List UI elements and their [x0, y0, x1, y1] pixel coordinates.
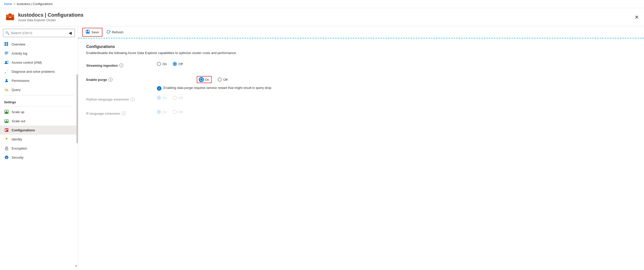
enable-purge-off-radio[interactable]: [218, 78, 222, 82]
permissions-people-icon: [4, 78, 9, 83]
sidebar-item-scale-out[interactable]: Scale out: [0, 116, 78, 126]
streaming-ingestion-info-icon[interactable]: i: [119, 63, 123, 67]
refresh-button[interactable]: Refresh: [103, 28, 127, 36]
python-language-radio-group: On Off: [157, 96, 187, 100]
refresh-label: Refresh: [112, 30, 124, 34]
streaming-ingestion-on[interactable]: On: [157, 62, 167, 66]
sidebar-item-security-label: Security: [12, 156, 23, 159]
svg-rect-8: [5, 52, 8, 52]
sidebar-item-encryption[interactable]: Encryption: [0, 144, 78, 153]
svg-marker-23: [5, 137, 8, 140]
sidebar-item-overview[interactable]: Overview: [0, 40, 78, 49]
sidebar-item-permissions[interactable]: Permissions: [0, 76, 78, 85]
security-icon: S: [4, 155, 9, 160]
python-language-row: Python language extension i On Off: [86, 96, 636, 105]
sidebar-item-iam[interactable]: Access control (IAM): [0, 58, 78, 67]
enable-purge-on-radio[interactable]: [199, 78, 203, 82]
svg-rect-6: [5, 44, 6, 46]
sidebar-item-scale-up-label: Scale up: [12, 110, 24, 114]
svg-point-25: [6, 149, 7, 150]
svg-rect-5: [7, 42, 8, 44]
r-language-on: On: [157, 110, 167, 114]
r-language-info-icon[interactable]: i: [122, 111, 126, 115]
svg-rect-21: [7, 129, 8, 130]
close-button[interactable]: ✕: [635, 15, 639, 20]
sidebar-item-diagnose[interactable]: Diagnose and solve problems: [0, 67, 78, 76]
resource-icon: [5, 12, 15, 22]
configurations-title: Configurations: [86, 44, 636, 49]
sidebar-item-security[interactable]: S Security: [0, 153, 78, 162]
r-language-off-label: Off: [178, 110, 183, 114]
enable-purge-radio-group: On Off: [197, 76, 232, 83]
svg-rect-16: [5, 113, 9, 114]
python-language-off-label: Off: [178, 96, 183, 100]
enable-purge-on-label: On: [205, 78, 209, 82]
header-bar: kustodocs | Configurations Azure Data Ex…: [0, 8, 644, 26]
list-icon: [4, 51, 9, 56]
header-title-block: kustodocs | Configurations Azure Data Ex…: [18, 12, 639, 22]
sidebar-item-query[interactable]: Query: [0, 85, 78, 94]
svg-rect-29: [87, 30, 88, 31]
scaleout-icon: [4, 118, 9, 124]
sidebar: 🔍 ◀ Overview Activity log: [0, 26, 78, 270]
r-language-off-radio: [173, 110, 177, 114]
enable-purge-row: Enable purge i On Off: [86, 76, 636, 91]
content-body: Configurations Enable/disable the follow…: [78, 38, 644, 270]
breadcrumb-home[interactable]: Home: [4, 2, 12, 6]
python-language-on-radio: [157, 96, 161, 100]
content-area: Save Refresh Configurations Enable/disab…: [78, 26, 644, 270]
streaming-ingestion-row: Streaming ingestion i On Off: [86, 62, 636, 71]
streaming-ingestion-on-radio[interactable]: [157, 62, 161, 66]
save-button[interactable]: Save: [82, 28, 102, 37]
enable-purge-controls: On Off i Enabling data purge requires se…: [157, 76, 271, 91]
main-layout: 🔍 ◀ Overview Activity log: [0, 26, 644, 270]
identity-icon: [4, 137, 9, 142]
streaming-ingestion-on-label: On: [162, 62, 167, 66]
sidebar-item-scale-up[interactable]: Scale up: [0, 107, 78, 116]
svg-rect-10: [5, 54, 7, 54]
streaming-ingestion-off-radio[interactable]: [173, 62, 177, 66]
search-icon: 🔍: [5, 31, 9, 35]
r-language-row: R language extension i On Off: [86, 110, 636, 119]
svg-rect-3: [9, 17, 11, 18]
config-icon: [4, 128, 9, 133]
streaming-ingestion-controls: On Off: [157, 62, 187, 66]
breadcrumb-bar: Home > kustodocs | Configurations: [0, 0, 644, 8]
python-language-info-icon[interactable]: i: [130, 97, 134, 101]
scaleup-icon: [4, 109, 9, 114]
sidebar-item-permissions-label: Permissions: [12, 79, 30, 83]
sidebar-item-identity[interactable]: Identity: [0, 135, 78, 144]
sidebar-item-diagnose-label: Diagnose and solve problems: [12, 70, 55, 73]
sidebar-item-activity-log[interactable]: Activity log: [0, 49, 78, 58]
refresh-icon: [106, 30, 110, 35]
warning-info-icon: i: [157, 86, 161, 91]
streaming-ingestion-off[interactable]: Off: [173, 62, 183, 66]
search-input[interactable]: [11, 31, 68, 35]
sidebar-item-iam-label: Access control (IAM): [12, 61, 42, 64]
r-language-off: Off: [173, 110, 183, 114]
sidebar-nav: Overview Activity log Access control (IA…: [0, 40, 78, 270]
toolbar: Save Refresh: [78, 26, 644, 38]
page-title: kustodocs | Configurations: [18, 12, 639, 18]
sidebar-item-identity-label: Identity: [12, 137, 22, 141]
configurations-description: Enable/disable the following Azure Data …: [86, 51, 636, 55]
collapse-sidebar-button[interactable]: ◀: [68, 30, 73, 36]
r-language-controls: On Off: [157, 110, 187, 114]
breadcrumb-current: kustodocs | Configurations: [17, 2, 52, 6]
sidebar-divider: [4, 95, 74, 95]
sidebar-item-configurations-label: Configurations: [12, 128, 35, 132]
enable-purge-off[interactable]: Off: [218, 78, 228, 82]
enable-purge-info-icon[interactable]: i: [108, 78, 113, 82]
r-language-label: R language extension i: [86, 110, 157, 115]
svg-rect-18: [5, 122, 9, 123]
enable-purge-warning: i Enabling data purge requires service r…: [157, 86, 271, 91]
python-language-off-radio: [173, 96, 177, 100]
svg-rect-30: [87, 32, 89, 33]
sidebar-item-configurations[interactable]: Configurations: [0, 126, 78, 135]
python-language-on-label: On: [162, 96, 167, 100]
search-box[interactable]: 🔍 ◀: [3, 29, 75, 37]
enable-purge-off-label: Off: [223, 78, 228, 82]
svg-rect-20: [5, 129, 6, 131]
enable-purge-on[interactable]: On: [197, 76, 212, 83]
people-icon: [4, 60, 9, 65]
